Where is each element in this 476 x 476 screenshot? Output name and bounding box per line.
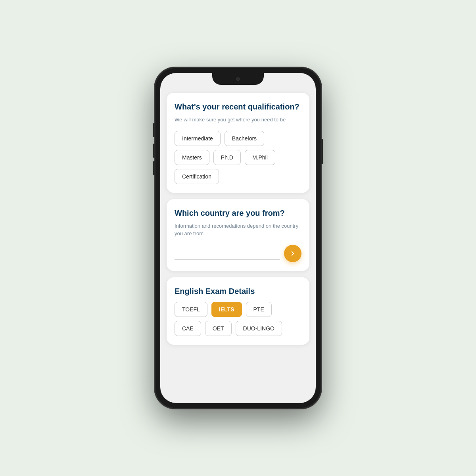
- exam-title: English Exam Details: [175, 286, 301, 296]
- notch: [212, 73, 264, 85]
- option-toefl[interactable]: TOEFL: [175, 302, 207, 317]
- option-certification[interactable]: Certification: [175, 169, 219, 184]
- option-ielts[interactable]: IELTS: [211, 302, 242, 317]
- option-cae[interactable]: CAE: [175, 321, 201, 336]
- exam-options: TOEFL IELTS PTE CAE OET DUO-LINGO: [175, 302, 301, 336]
- option-intermediate[interactable]: Intermediate: [175, 131, 221, 146]
- phone-frame: What's your recent qualification? We wil…: [155, 67, 321, 409]
- option-oet[interactable]: OET: [205, 321, 232, 336]
- country-title: Which country are you from?: [175, 208, 301, 218]
- screen-content: What's your recent qualification? We wil…: [160, 85, 316, 403]
- qualification-options: Intermediate Bachelors Masters Ph.D M.Ph…: [175, 131, 301, 184]
- qualification-subtitle: We will make sure you get where you need…: [175, 116, 301, 124]
- country-input-row: [175, 245, 301, 262]
- option-bachelors[interactable]: Bachelors: [225, 131, 264, 146]
- option-duo-lingo[interactable]: DUO-LINGO: [236, 321, 282, 336]
- option-mphil[interactable]: M.Phil: [245, 150, 275, 165]
- phone-mockup: What's your recent qualification? We wil…: [155, 67, 321, 409]
- country-next-button[interactable]: [284, 245, 301, 262]
- country-card: Which country are you from? Information …: [167, 199, 309, 271]
- option-pte[interactable]: PTE: [246, 302, 272, 317]
- option-phd[interactable]: Ph.D: [213, 150, 241, 165]
- qualification-card: What's your recent qualification? We wil…: [167, 93, 309, 193]
- exam-card: English Exam Details TOEFL IELTS PTE CAE…: [167, 277, 309, 345]
- option-masters[interactable]: Masters: [175, 150, 209, 165]
- country-input[interactable]: [175, 247, 280, 260]
- phone-screen: What's your recent qualification? We wil…: [160, 73, 316, 403]
- country-subtitle: Information and recomedations depend on …: [175, 222, 301, 238]
- qualification-title: What's your recent qualification?: [175, 102, 301, 112]
- camera: [236, 77, 240, 81]
